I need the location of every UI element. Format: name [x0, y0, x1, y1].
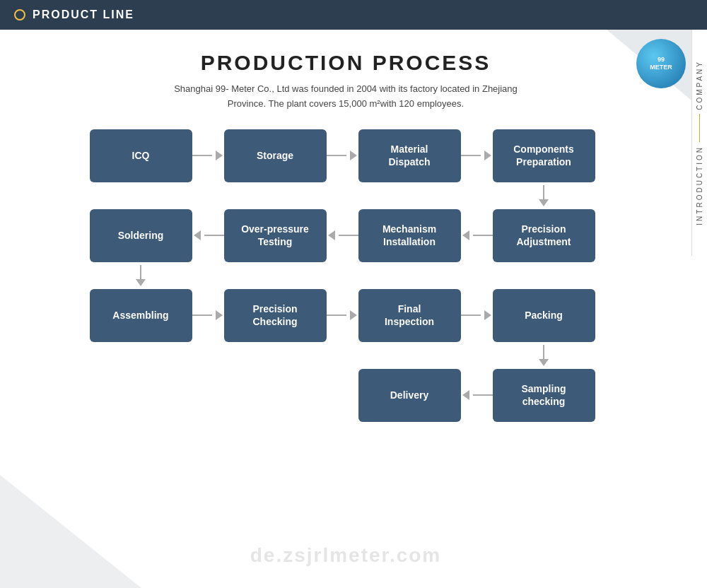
flow-box-material-dispatch: Material Dispatch — [358, 129, 461, 182]
flow-box-assembling: Assembling — [90, 289, 192, 342]
flow-box-sampling-cell: Sampling checking — [493, 369, 595, 422]
flow-box-final-inspection: Final Inspection — [358, 289, 461, 342]
header-circle-icon — [14, 9, 25, 20]
sidebar-intro-text: INTRODUCTION — [696, 146, 703, 225]
flow-box-soldering-cell: Soldering — [90, 209, 192, 262]
arrow-storage-to-material — [327, 129, 358, 182]
flow-diagram: ICQ Storage Material Dis — [90, 129, 602, 502]
arrow-sampling-to-delivery — [461, 369, 493, 422]
arrow-assembling-to-precision-check — [192, 289, 224, 342]
flow-box-icq-cell: ICQ — [90, 129, 192, 182]
flow-box-packing: Packing — [493, 289, 595, 342]
logo-text: 99METER — [650, 56, 672, 71]
logo-circle: 99METER — [636, 39, 686, 88]
arrow-precision-adj-to-mechanism — [461, 209, 493, 262]
flow-box-over-pressure: Over-pressure Testing — [224, 209, 327, 262]
flow-box-components-prep-cell: Components Preparation — [493, 129, 595, 182]
logo-area: 99METER — [636, 39, 686, 88]
flow-box-delivery: Delivery — [358, 369, 461, 422]
subtitle: Shanghai 99- Meter Co., Ltd was founded … — [21, 82, 670, 112]
header-bar: PRODUCT LINE — [0, 0, 707, 30]
flow-box-material-dispatch-cell: Material Dispatch — [358, 129, 461, 182]
arrow-icq-to-storage — [192, 129, 224, 182]
header-title: PRODUCT LINE — [33, 8, 134, 21]
page-title: PRODUCTION PROCESS — [21, 51, 670, 75]
flow-box-storage-cell: Storage — [224, 129, 327, 182]
arrow-components-to-precision-adj — [539, 182, 549, 209]
arrow-soldering-to-assembling — [136, 262, 146, 289]
flow-box-packing-cell: Packing — [493, 289, 595, 342]
arrow-final-to-packing — [461, 289, 493, 342]
flow-box-precision-adj-cell: Precision Adjustment — [493, 209, 595, 262]
arrow-material-to-components — [461, 129, 493, 182]
flow-box-precision-checking-cell: Precision Checking — [224, 289, 327, 342]
flow-box-over-pressure-cell: Over-pressure Testing — [224, 209, 327, 262]
sidebar-line-decoration — [699, 114, 700, 142]
arrow-precision-check-to-final — [327, 289, 358, 342]
flow-box-mechanism-cell: Mechanism Installation — [358, 209, 461, 262]
flow-box-mechanism: Mechanism Installation — [358, 209, 461, 262]
arrow-packing-to-sampling — [539, 342, 549, 369]
arrow-overpressure-to-soldering — [192, 209, 224, 262]
flow-box-final-inspection-cell: Final Inspection — [358, 289, 461, 342]
flow-box-icq: ICQ — [90, 129, 192, 182]
flow-box-sampling: Sampling checking — [493, 369, 595, 422]
flow-box-precision-checking: Precision Checking — [224, 289, 327, 342]
arrow-mechanism-to-overpressure — [327, 209, 358, 262]
flow-box-storage: Storage — [224, 129, 327, 182]
sidebar-company-text: COMPANY — [696, 60, 703, 110]
flow-box-components-prep: Components Preparation — [493, 129, 595, 182]
flow-box-delivery-cell: Delivery — [358, 369, 461, 422]
flow-box-soldering: Soldering — [90, 209, 192, 262]
sidebar-label: COMPANY INTRODUCTION — [691, 30, 707, 256]
flow-box-precision-adj: Precision Adjustment — [493, 209, 595, 262]
flow-box-assembling-cell: Assembling — [90, 289, 192, 342]
main-content: PRODUCTION PROCESS Shanghai 99- Meter Co… — [0, 30, 691, 588]
